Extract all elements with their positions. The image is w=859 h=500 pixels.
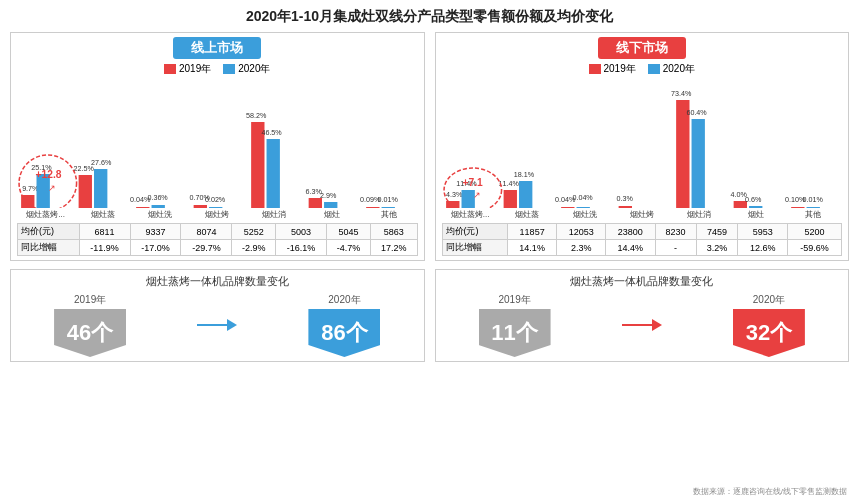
legend-label-2019: 2019年 — [179, 62, 211, 76]
online-brand-count-2020: 86个 — [308, 309, 380, 357]
offline-badge: 线下市场 — [598, 37, 686, 59]
cell-growth-off-1: 14.1% — [507, 240, 556, 256]
online-chart-container: 9.7% 25.1% 22.5% 27.6% 0.04% 0.36% — [17, 78, 418, 208]
offline-data-table: 均价(元) 11857 12053 23800 8230 7459 5953 5… — [442, 223, 843, 256]
cell-price-5: 5003 — [276, 224, 327, 240]
table-row-growth: 同比增幅 -11.9% -17.0% -29.7% -2.9% -16.1% -… — [18, 240, 418, 256]
cell-price-off-1: 11857 — [507, 224, 556, 240]
connector-line-online — [197, 324, 227, 326]
svg-rect-55 — [806, 207, 819, 208]
page-wrapper: 2020年1-10月集成灶双线分产品类型零售额份额及均价变化 线上市场 2019… — [0, 0, 859, 500]
legend-box-2019-off — [589, 64, 601, 74]
row-label-growth-off: 同比增幅 — [442, 240, 507, 256]
online-brand-year-2019: 2019年 — [54, 293, 126, 307]
x-label-off-6: 烟灶 — [728, 209, 785, 220]
x-label-off-3: 烟灶洗 — [556, 209, 613, 220]
svg-rect-18 — [267, 139, 280, 208]
cell-growth-2: -17.0% — [130, 240, 181, 256]
cell-growth-off-5: 3.2% — [696, 240, 738, 256]
offline-brand-section: 烟灶蒸烤一体机品牌数量变化 2019年 11个 2020年 32个 — [435, 269, 850, 362]
x-label-7: 其他 — [360, 209, 417, 220]
online-brand-title: 烟灶蒸烤一体机品牌数量变化 — [21, 274, 414, 289]
svg-rect-47 — [691, 119, 704, 208]
offline-section: 线下市场 2019年 2020年 4.3% — [435, 32, 850, 261]
cell-price-off-7: 5200 — [787, 224, 841, 240]
svg-rect-12 — [194, 205, 207, 208]
x-label-3: 烟灶洗 — [131, 209, 188, 220]
svg-rect-22 — [324, 202, 337, 208]
charts-row: 线上市场 2019年 2020年 9.7% — [10, 32, 849, 261]
svg-rect-8 — [136, 207, 149, 208]
offline-bar-chart: 4.3% 11.4% 11.4% 18.1% 0.04% 0.04% — [442, 78, 843, 208]
x-label-off-4: 烟灶烤 — [613, 209, 670, 220]
cell-growth-off-7: -59.6% — [787, 240, 841, 256]
svg-text:0.6%: 0.6% — [744, 196, 761, 204]
online-brand-2020: 2020年 86个 — [308, 293, 380, 357]
offline-brand-count-2019: 11个 — [479, 309, 551, 357]
svg-text:4.3%: 4.3% — [446, 191, 463, 199]
x-label-off-2: 烟灶蒸 — [499, 209, 556, 220]
offline-brand-2020: 2020年 32个 — [733, 293, 805, 357]
x-label-1: 烟灶蒸烤... — [17, 209, 74, 220]
cell-price-6: 5045 — [327, 224, 371, 240]
cell-growth-4: -2.9% — [232, 240, 276, 256]
cell-price-off-5: 7459 — [696, 224, 738, 240]
svg-rect-14 — [209, 207, 222, 208]
online-section: 线上市场 2019年 2020年 9.7% — [10, 32, 425, 261]
cell-price-off-2: 12053 — [557, 224, 606, 240]
row-label-price-off: 均价(元) — [442, 224, 507, 240]
svg-text:0.36%: 0.36% — [147, 194, 168, 202]
svg-rect-37 — [519, 181, 532, 208]
offline-header: 线下市场 — [442, 37, 843, 59]
offline-brand-count-2020: 32个 — [733, 309, 805, 357]
legend-label-2019-off: 2019年 — [604, 62, 636, 76]
connector-triangle-online — [227, 319, 237, 331]
online-brand-boxes: 2019年 46个 2020年 86个 — [21, 293, 414, 357]
cell-growth-1: -11.9% — [79, 240, 130, 256]
main-title: 2020年1-10月集成灶双线分产品类型零售额份额及均价变化 — [10, 8, 849, 26]
svg-rect-10 — [152, 205, 165, 208]
legend-box-2020-off — [648, 64, 660, 74]
cell-growth-3: -29.7% — [181, 240, 232, 256]
cell-price-off-3: 23800 — [606, 224, 655, 240]
cell-growth-7: 17.2% — [370, 240, 417, 256]
offline-brand-title: 烟灶蒸烤一体机品牌数量变化 — [446, 274, 839, 289]
online-bar-chart: 9.7% 25.1% 22.5% 27.6% 0.04% 0.36% — [17, 78, 418, 208]
cell-growth-off-3: 14.4% — [606, 240, 655, 256]
offline-connector — [622, 319, 662, 331]
online-badge: 线上市场 — [173, 37, 261, 59]
online-header: 线上市场 — [17, 37, 418, 59]
legend-2020-offline: 2020年 — [648, 62, 695, 76]
cell-price-1: 6811 — [79, 224, 130, 240]
x-label-off-7: 其他 — [785, 209, 842, 220]
svg-rect-26 — [382, 207, 395, 208]
svg-text:73.4%: 73.4% — [671, 90, 692, 98]
svg-rect-31 — [446, 201, 459, 208]
svg-text:↗: ↗ — [472, 190, 480, 200]
svg-text:27.6%: 27.6% — [91, 159, 112, 167]
online-brand-year-2020: 2020年 — [308, 293, 380, 307]
offline-x-labels: 烟灶蒸烤... 烟灶蒸 烟灶洗 烟灶烤 烟灶消 烟灶 其他 — [442, 209, 843, 220]
legend-2019-online: 2019年 — [164, 62, 211, 76]
cell-growth-off-4: - — [655, 240, 696, 256]
svg-text:18.1%: 18.1% — [513, 171, 534, 179]
cell-growth-off-6: 12.6% — [738, 240, 787, 256]
source-text: 数据来源：逐鹿咨询在线/线下零售监测数据 — [693, 486, 847, 497]
svg-text:0.04%: 0.04% — [572, 194, 593, 202]
x-label-5: 烟灶消 — [246, 209, 303, 220]
legend-label-2020-off: 2020年 — [663, 62, 695, 76]
offline-brand-boxes: 2019年 11个 2020年 32个 — [446, 293, 839, 357]
svg-text:2.9%: 2.9% — [320, 192, 337, 200]
cell-price-3: 8074 — [181, 224, 232, 240]
row-label-price: 均价(元) — [18, 224, 80, 240]
cell-price-7: 5863 — [370, 224, 417, 240]
connector-triangle-offline — [652, 319, 662, 331]
row-label-growth: 同比增幅 — [18, 240, 80, 256]
svg-text:60.4%: 60.4% — [686, 109, 707, 117]
svg-rect-24 — [366, 207, 379, 208]
svg-text:↗: ↗ — [48, 183, 56, 193]
connector-line-offline — [622, 324, 652, 326]
svg-rect-35 — [503, 190, 516, 208]
cell-price-off-6: 5953 — [738, 224, 787, 240]
x-label-off-1: 烟灶蒸烤... — [442, 209, 499, 220]
